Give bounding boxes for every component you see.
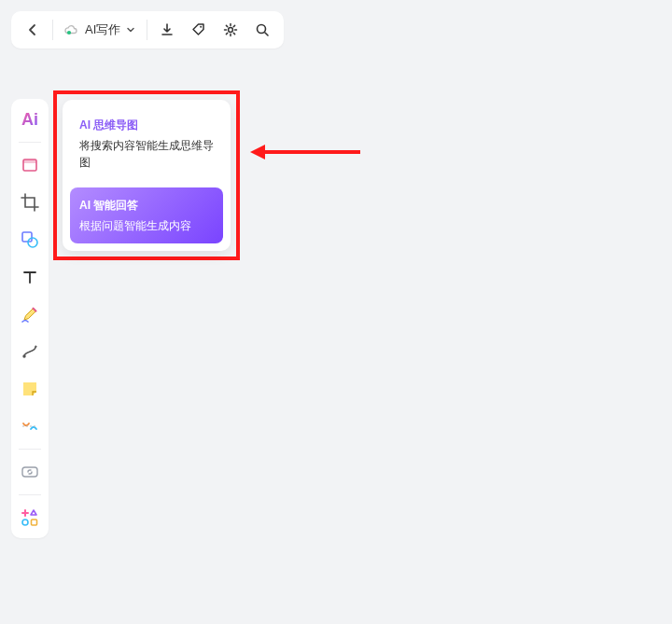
annotation-highlight-box: AI 思维导图 将搜索内容智能生成思维导图 AI 智能回答 根据问题智能生成内容 bbox=[53, 90, 240, 260]
shapes-tool[interactable] bbox=[15, 225, 45, 255]
ai-answer-title: AI 智能回答 bbox=[79, 197, 214, 214]
pen-tool[interactable] bbox=[15, 299, 45, 329]
ai-answer-card[interactable]: AI 智能回答 根据问题智能生成内容 bbox=[70, 187, 223, 243]
shapes-icon bbox=[20, 229, 40, 250]
svg-point-7 bbox=[28, 238, 37, 247]
sticky-note-icon bbox=[20, 379, 40, 399]
tag-button[interactable] bbox=[183, 15, 215, 45]
download-button[interactable] bbox=[151, 15, 183, 45]
separator bbox=[19, 494, 41, 495]
svg-point-0 bbox=[67, 31, 71, 35]
text-tool[interactable] bbox=[15, 262, 45, 292]
ai-popup: AI 思维导图 将搜索内容智能生成思维导图 AI 智能回答 根据问题智能生成内容 bbox=[63, 100, 231, 251]
separator bbox=[19, 449, 41, 450]
ai-mindmap-title: AI 思维导图 bbox=[79, 117, 214, 133]
search-button[interactable] bbox=[246, 15, 278, 45]
sticky-note-tool[interactable] bbox=[15, 374, 45, 404]
gear-icon bbox=[222, 21, 239, 38]
tool-rail: Ai bbox=[11, 99, 49, 538]
chevron-left-icon bbox=[25, 22, 40, 37]
tag-icon bbox=[190, 21, 207, 38]
connector-icon bbox=[20, 341, 40, 362]
ai-mindmap-desc: 将搜索内容智能生成思维导图 bbox=[79, 137, 214, 171]
separator bbox=[52, 20, 53, 40]
alignment-tool[interactable] bbox=[15, 411, 45, 441]
svg-point-1 bbox=[200, 26, 202, 28]
ai-write-dropdown[interactable]: AI写作 bbox=[57, 15, 143, 45]
annotation-arrow-icon bbox=[250, 143, 362, 161]
chevron-down-icon bbox=[126, 25, 135, 35]
frame-tool[interactable] bbox=[15, 150, 45, 180]
svg-point-10 bbox=[22, 520, 28, 525]
back-button[interactable] bbox=[17, 15, 49, 45]
svg-point-2 bbox=[229, 28, 233, 33]
cloud-sync-icon bbox=[63, 21, 79, 38]
svg-rect-11 bbox=[32, 520, 37, 525]
svg-rect-5 bbox=[23, 159, 36, 163]
crop-icon bbox=[20, 192, 40, 213]
separator bbox=[147, 20, 147, 40]
text-icon bbox=[21, 268, 39, 286]
crop-tool[interactable] bbox=[15, 187, 45, 217]
link-icon bbox=[20, 462, 40, 482]
more-shapes-tool[interactable] bbox=[15, 503, 45, 533]
download-icon bbox=[159, 21, 175, 38]
ai-write-label: AI写作 bbox=[85, 21, 120, 38]
svg-point-8 bbox=[22, 354, 25, 357]
frame-icon bbox=[20, 155, 40, 175]
connector-tool[interactable] bbox=[15, 337, 45, 367]
pencil-icon bbox=[20, 304, 40, 325]
ai-icon: Ai bbox=[21, 110, 38, 130]
plus-shapes-icon bbox=[20, 507, 40, 528]
ai-mindmap-card[interactable]: AI 思维导图 将搜索内容智能生成思维导图 bbox=[70, 107, 223, 180]
ai-tool[interactable]: Ai bbox=[15, 104, 45, 134]
svg-rect-9 bbox=[22, 467, 37, 477]
svg-rect-6 bbox=[22, 232, 32, 242]
align-icon bbox=[20, 416, 40, 437]
ai-answer-desc: 根据问题智能生成内容 bbox=[79, 217, 214, 234]
link-tool[interactable] bbox=[15, 457, 45, 487]
search-icon bbox=[254, 21, 271, 38]
settings-button[interactable] bbox=[215, 15, 246, 45]
topbar: AI写作 bbox=[11, 11, 284, 49]
svg-point-3 bbox=[258, 25, 266, 34]
separator bbox=[19, 142, 41, 143]
